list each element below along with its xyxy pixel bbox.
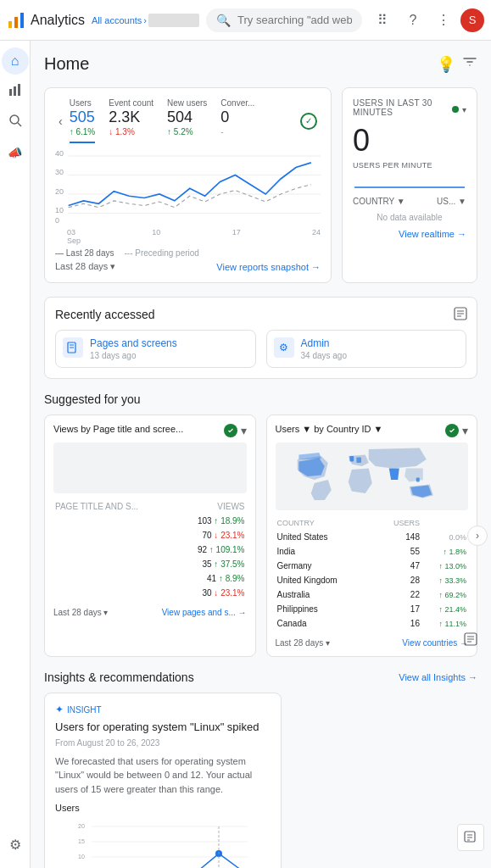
recently-accessed-title: Recently accessed (55, 308, 466, 321)
stats-next-arrow[interactable]: ✓ (297, 113, 321, 130)
sidebar-item-advertising[interactable]: 📣 (2, 139, 29, 166)
admin-item-name: Admin (301, 337, 348, 349)
views-card-more[interactable]: ▾ (241, 424, 247, 437)
insight-body: We forecasted that users for operating s… (55, 754, 271, 797)
views-card-footer: Last 28 days ▾ View pages and s... → (53, 608, 247, 617)
svg-rect-4 (14, 86, 16, 96)
stats-tab-event-count[interactable]: Event count 2.3K ↓ 1.3% (109, 98, 153, 143)
svg-text:40: 40 (55, 149, 64, 158)
recently-item-admin[interactable]: ⚙ Admin 34 days ago (266, 330, 467, 368)
svg-line-7 (18, 123, 21, 126)
chart-legend: — Last 28 days --- Preceding period (55, 248, 199, 258)
svg-rect-3 (9, 89, 12, 96)
svg-rect-28 (356, 458, 361, 463)
more-options-button[interactable]: ⋮ (430, 7, 457, 34)
grid-icon-button[interactable]: ⠿ (369, 7, 396, 34)
admin-icon: ⚙ (274, 337, 294, 358)
stats-tab-new-users[interactable]: New users 504 ↑ 5.2% (167, 98, 207, 143)
stats-section: ‹ Users 505 ↑ 6.1% Event count 2.3K ↓ 1.… (44, 87, 477, 283)
main-content: Home 💡 ‹ Users 505 ↑ 6.1% Even (31, 41, 491, 868)
search-input[interactable] (237, 14, 352, 26)
svg-text:10: 10 (78, 854, 85, 860)
help-icon-button[interactable]: ? (399, 7, 427, 34)
page-header: Home 💡 (44, 54, 477, 74)
table-row: 35 ↑ 37.5% (55, 558, 245, 570)
svg-rect-2 (20, 13, 24, 28)
insight-chart: 20 15 10 5 0 (55, 820, 271, 868)
insight-headline: Users for operating system "Linux" spike… (55, 721, 271, 735)
svg-text:0: 0 (55, 216, 59, 225)
realtime-filters: COUNTRY ▼ US... ▼ (353, 197, 466, 206)
svg-text:15: 15 (78, 838, 85, 844)
stats-chart: 40 30 20 10 0 (55, 148, 321, 225)
lightbulb-icon[interactable]: 💡 (437, 55, 455, 74)
sidebar: ⌂ 📣 ⚙ (0, 41, 31, 868)
view-reports-link[interactable]: View reports snapshot → (216, 262, 321, 272)
countries-card-header: Users ▼ by Country ID ▼ ▾ (276, 424, 469, 437)
svg-rect-0 (8, 21, 12, 28)
customize-icon[interactable] (462, 54, 477, 74)
add-to-report-button[interactable] (453, 306, 468, 326)
view-all-insights-link[interactable]: View all Insights → (399, 672, 477, 682)
account-selector[interactable]: All accounts › (92, 14, 199, 27)
insights-section: Insights & recommendations View all Insi… (44, 670, 477, 868)
countries-card-title: Users ▼ by Country ID ▼ (276, 424, 383, 434)
table-row: 41 ↑ 8.9% (55, 572, 245, 585)
period-selector[interactable]: Last 28 days ▾ (55, 261, 115, 272)
recently-accessed-section: Recently accessed Pages and screens 13 d… (44, 297, 477, 379)
search-icon: 🔍 (216, 14, 231, 27)
countries-card-more[interactable]: ▾ (462, 424, 468, 437)
page-header-actions: 💡 (437, 54, 477, 74)
stats-prev-arrow[interactable]: ‹ (55, 114, 66, 128)
stats-tab-users[interactable]: Users 505 ↑ 6.1% (70, 98, 96, 143)
recently-accessed-items: Pages and screens 13 days ago ⚙ Admin 34… (55, 330, 466, 368)
views-thumbnail (53, 442, 247, 493)
sidebar-item-reports[interactable] (2, 78, 29, 105)
explore-icon (8, 113, 23, 131)
view-countries-link[interactable]: View countries → (402, 638, 468, 648)
table-row: 103 ↑ 18.9% (55, 515, 245, 527)
views-table: PAGE TITLE AND S...VIEWS 103 ↑ 18.9% 70 … (53, 498, 247, 601)
insight-tag: ✦ INSIGHT (55, 704, 271, 715)
reports-icon (8, 82, 23, 101)
svg-rect-1 (14, 17, 18, 28)
pages-icon (63, 337, 83, 358)
country-filter[interactable]: COUNTRY ▼ (353, 197, 405, 206)
app-title: Analytics (31, 13, 85, 28)
countries-period[interactable]: Last 28 days ▾ (276, 638, 330, 648)
views-card-title: Views by Page title and scree... (53, 424, 183, 434)
page-title: Home (44, 54, 89, 74)
svg-text:30: 30 (55, 168, 64, 176)
realtime-chart (353, 175, 466, 192)
svg-rect-5 (18, 84, 20, 96)
search-bar[interactable]: 🔍 (206, 8, 362, 32)
user-avatar[interactable]: S (460, 8, 484, 32)
suggested-next-button[interactable]: › (467, 526, 488, 546)
realtime-sub-label: USERS PER MINUTE (353, 161, 466, 170)
advertising-icon: 📣 (8, 146, 22, 159)
svg-rect-29 (416, 478, 419, 482)
views-period[interactable]: Last 28 days ▾ (53, 608, 108, 617)
realtime-dropdown[interactable]: ▾ (462, 105, 466, 114)
world-map (276, 442, 469, 510)
countries-table: COUNTRYUSERS United States 148 0.0% Indi… (276, 515, 469, 632)
pages-item-time: 13 days ago (90, 351, 177, 360)
recently-item-pages[interactable]: Pages and screens 13 days ago (55, 330, 256, 368)
sidebar-item-home[interactable]: ⌂ (2, 47, 29, 75)
country-value-filter[interactable]: US... ▼ (437, 197, 466, 206)
views-card-header: Views by Page title and scree... ▾ (53, 424, 247, 437)
insight-date: From August 20 to 26, 2023 (55, 738, 271, 748)
nav-icons: ⠿ ? ⋮ S (369, 7, 484, 34)
add-countries-report-button[interactable] (463, 632, 478, 649)
sidebar-item-explore[interactable] (2, 108, 29, 136)
realtime-card: USERS IN LAST 30 MINUTES ▾ 0 USERS PER M… (342, 87, 477, 283)
sidebar-item-configure[interactable]: ⚙ (2, 831, 29, 858)
view-realtime-link[interactable]: View realtime → (353, 229, 466, 239)
table-row: India 55 ↑ 1.8% (277, 545, 467, 558)
add-report-fab[interactable] (457, 824, 484, 851)
table-row: 30 ↓ 23.1% (55, 587, 245, 599)
stats-tab-conversions[interactable]: Conver... 0 - (220, 98, 254, 143)
view-pages-link[interactable]: View pages and s... → (162, 608, 247, 617)
table-row: 70 ↓ 23.1% (55, 529, 245, 542)
table-row: United States 148 0.0% (277, 531, 467, 543)
